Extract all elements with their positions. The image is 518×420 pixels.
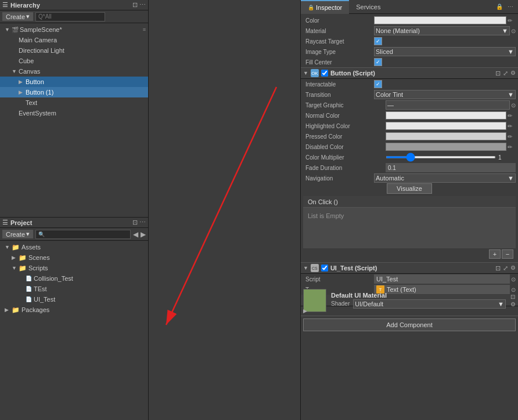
target-graphic-dropdown[interactable]: — — [386, 100, 510, 110]
target-graphic-settings-icon[interactable]: ⊙ — [511, 102, 516, 108]
field-row-fade-duration: Fade Duration — [301, 162, 518, 173]
tree-item-eventsystem[interactable]: EventSystem — [0, 108, 148, 118]
hierarchy-dots-icon[interactable]: ⋯ — [139, 1, 146, 9]
project-tree-scripts[interactable]: ▼ 📁 Scripts — [0, 263, 148, 273]
hierarchy-hamburger-icon: ☰ — [2, 1, 8, 9]
color-multiplier-slider[interactable] — [386, 156, 496, 158]
project-search-input[interactable] — [46, 230, 128, 239]
tree-item-text[interactable]: Text — [0, 97, 148, 108]
ui-test-edit-icon[interactable]: ⊡ — [495, 265, 501, 272]
raycast-checkbox[interactable]: ✓ — [374, 37, 382, 45]
tree-label: UI_Test — [34, 296, 55, 303]
hierarchy-toolbar: Create ▾ — [0, 10, 148, 23]
fillcenter-label: Fill Center — [303, 59, 373, 66]
inspector-tab-services[interactable]: Services — [349, 0, 387, 14]
dropdown-arrow-icon: ▼ — [508, 48, 514, 55]
onclick-empty-text: List is Empty — [308, 212, 344, 219]
normal-color-swatch[interactable] — [386, 111, 506, 120]
inspector-lock-icon[interactable]: 🔒 — [496, 3, 503, 10]
field-row-highlighted-color: Highlighted Color ✏ — [301, 121, 518, 131]
shader-dropdown[interactable]: UI/Default ▼ — [353, 299, 506, 309]
scene-icon: 🎬 — [12, 27, 19, 33]
tree-item-button[interactable]: ▶ Button — [0, 77, 148, 87]
project-tree-collision-test[interactable]: 📄 Collision_Test — [0, 273, 148, 284]
field-row-normal-color: Normal Color ✏ — [301, 110, 518, 121]
navigation-dropdown[interactable]: Automatic ▼ — [374, 173, 516, 183]
field-row-fillcenter: Fill Center ✓ — [301, 57, 518, 67]
tree-arrow-icon: ▶ — [19, 79, 26, 85]
disabled-color-swatch[interactable] — [386, 143, 506, 151]
hierarchy-lock-icon[interactable]: ⊡ — [132, 1, 138, 9]
highlighted-color-pencil-icon[interactable]: ✏ — [508, 123, 516, 129]
tree-label: Assets — [21, 244, 41, 251]
inspector-tab-inspector[interactable]: 🔒 Inspector — [301, 0, 349, 14]
field-row-color-multiplier: Color Multiplier 1 — [301, 152, 518, 162]
project-lock-icon[interactable]: ⊡ — [132, 219, 138, 226]
tree-item-cube[interactable]: Cube — [0, 56, 148, 66]
ui-test-expand-icon[interactable]: ⤢ — [503, 265, 508, 272]
ui-test-title: UI_Test (Script) — [330, 265, 493, 271]
visualize-button[interactable]: Visualize — [387, 183, 432, 194]
tree-arrow-icon: ▶ — [5, 307, 12, 313]
material-gear-icon[interactable]: ⚙ — [510, 301, 516, 307]
tree-item-main-camera[interactable]: Main Camera — [0, 35, 148, 45]
project-create-button[interactable]: Create ▾ — [2, 230, 33, 238]
field-row-pressed-color: Pressed Color ✏ — [301, 131, 518, 142]
ui-test-checkbox[interactable] — [321, 265, 328, 271]
button-script-title: Button (Script) — [330, 70, 493, 77]
interactable-checkbox[interactable]: ✓ — [374, 80, 382, 88]
tree-item-canvas[interactable]: ▼ Canvas — [0, 66, 148, 77]
color-pencil-icon[interactable]: ✏ — [508, 17, 516, 24]
hierarchy-panel-header: ☰ Hierarchy ⊡ ⋯ — [0, 0, 148, 10]
tree-arrow-icon: ▼ — [5, 244, 12, 250]
project-tree-scenes[interactable]: ▶ 📁 Scenes — [0, 252, 148, 263]
tree-item-directional-light[interactable]: Directional Light — [0, 45, 148, 56]
ui-test-gear-icon[interactable]: ⚙ — [510, 265, 516, 272]
button-script-expand-icon[interactable]: ⤢ — [503, 70, 508, 77]
project-tree-test[interactable]: 📄 TEst — [0, 284, 148, 294]
tree-item-sample-scene[interactable]: ▼ 🎬 SampleScene* ≡ — [0, 24, 148, 35]
project-dots-icon[interactable]: ⋯ — [139, 219, 146, 226]
disabled-color-pencil-icon[interactable]: ✏ — [508, 144, 516, 150]
material-edit-icon[interactable]: ⊡ — [510, 294, 516, 300]
button-script-gear-icon[interactable]: ⚙ — [510, 70, 516, 77]
project-tree-ui-test[interactable]: 📄 UI_Test — [0, 294, 148, 305]
fillcenter-checkbox[interactable]: ✓ — [374, 58, 382, 66]
hierarchy-search-input[interactable] — [35, 12, 105, 21]
tree-label: Packages — [21, 306, 49, 313]
section-collapse-icon[interactable]: ▼ — [303, 265, 308, 271]
onclick-add-button[interactable]: + — [489, 249, 501, 259]
imagetype-dropdown[interactable]: Sliced ▼ — [374, 47, 516, 56]
onclick-remove-button[interactable]: − — [502, 249, 513, 259]
hierarchy-create-button[interactable]: Create ▾ — [2, 12, 33, 21]
fade-duration-input[interactable] — [386, 163, 516, 172]
project-tree-assets[interactable]: ▼ 📁 Assets — [0, 242, 148, 252]
material-dropdown[interactable]: None (Material) ▼ — [374, 26, 510, 35]
transition-dropdown[interactable]: Color Tint ▼ — [374, 90, 516, 99]
project-nav-next-icon[interactable]: ▶ — [141, 230, 146, 238]
color-swatch[interactable] — [374, 16, 506, 24]
onclick-header: On Click () — [303, 196, 516, 208]
tree-options-icon[interactable]: ≡ — [143, 27, 146, 32]
button-script-checkbox[interactable] — [321, 70, 328, 77]
add-component-button[interactable]: Add Component — [303, 318, 516, 331]
ui-test-icon: CS — [311, 264, 319, 272]
interactable-label: Interactable — [303, 81, 373, 88]
highlighted-color-swatch[interactable] — [386, 122, 506, 130]
normal-color-pencil-icon[interactable]: ✏ — [508, 113, 516, 119]
project-nav-prev-icon[interactable]: ◀ — [133, 230, 138, 238]
raycast-label: Raycast Target — [303, 38, 373, 45]
script-settings-icon[interactable]: ⊙ — [511, 276, 516, 283]
inspector-panel: 🔒 Inspector Services 🔒 ⋯ Color ✏ Mat — [300, 0, 518, 420]
material-expand-arrow-icon[interactable]: ▶ — [303, 308, 307, 314]
t-settings-icon[interactable]: ⊙ — [511, 287, 516, 293]
section-collapse-icon[interactable]: ▼ — [303, 70, 308, 76]
shader-label: Shader — [331, 300, 350, 307]
material-settings-icon[interactable]: ⊙ — [511, 28, 516, 34]
tree-item-button-1[interactable]: ▶ Button (1) — [0, 87, 148, 97]
project-tree-packages[interactable]: ▶ 📁 Packages — [0, 305, 148, 315]
pressed-color-swatch[interactable] — [386, 132, 506, 140]
button-script-edit-icon[interactable]: ⊡ — [495, 70, 501, 77]
inspector-dots-icon[interactable]: ⋯ — [508, 3, 513, 10]
pressed-color-pencil-icon[interactable]: ✏ — [508, 133, 516, 140]
